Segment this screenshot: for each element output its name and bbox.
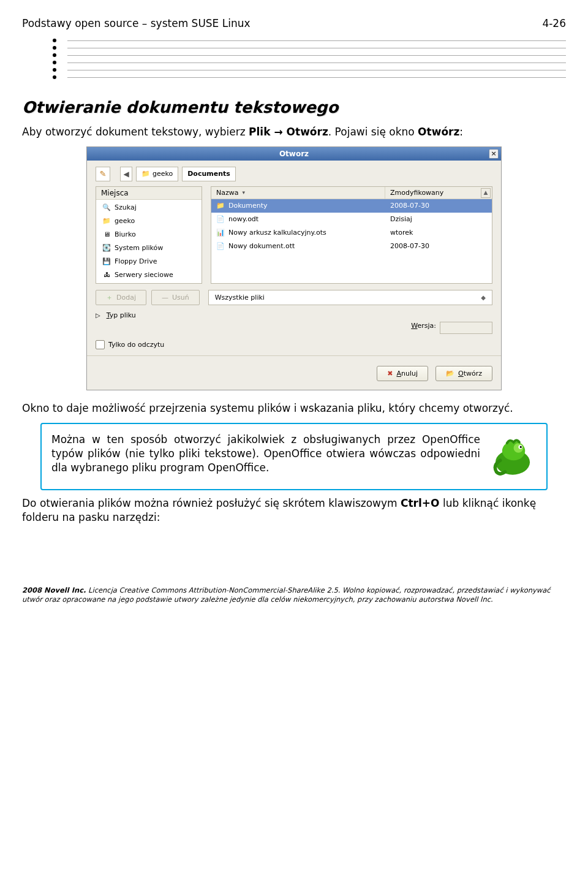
add-place-button[interactable]: ＋ Dodaj <box>96 290 146 305</box>
places-item[interactable]: 🔍Szukaj <box>99 201 199 214</box>
place-icon: 🔍 <box>102 203 111 212</box>
plus-icon: ＋ <box>106 293 113 302</box>
nav-back-icon[interactable]: ◀ <box>120 167 132 181</box>
filter-value: Wszystkie pliki <box>215 294 265 302</box>
version-label: Wersja: <box>411 322 436 334</box>
readonly-label: Tylko do odczytu <box>108 341 164 349</box>
file-name: nowy.odt <box>228 215 258 223</box>
breadcrumb-label: Documents <box>187 170 230 178</box>
dialog-pathbar: ✎ ◀ 📁 geeko Documents <box>87 161 501 186</box>
dialog-title: Otworz <box>279 150 309 158</box>
blank-bullet-lines <box>53 37 566 81</box>
file-icon: 📊 <box>216 229 225 237</box>
place-icon: 📁 <box>102 217 111 226</box>
cancel-icon: ✖ <box>387 370 393 377</box>
closing-paragraph: Do otwierania plików można również posłu… <box>22 496 566 525</box>
file-modified: wtorek <box>385 226 492 239</box>
place-label: Floppy Drive <box>115 257 157 265</box>
col-name-label: Nazwa <box>216 189 238 197</box>
minus-icon: — <box>162 294 168 302</box>
file-modified: Dzisiaj <box>385 213 492 226</box>
remove-label: Usuń <box>172 294 189 302</box>
column-header-name[interactable]: Nazwa ▾ <box>211 187 385 199</box>
column-header-modified[interactable]: Zmodyfikowany <box>385 187 492 199</box>
page-header: Podstawy open source – system SUSE Linux… <box>22 17 566 29</box>
places-item[interactable]: 💾Floppy Drive <box>99 255 199 268</box>
breadcrumb-geeko[interactable]: 📁 geeko <box>136 167 178 181</box>
file-name: Nowy dokument.ott <box>228 242 295 250</box>
dialog-titlebar: Otworz × <box>87 147 501 161</box>
breadcrumb-documents[interactable]: Documents <box>182 167 236 181</box>
dropdown-icon: ◆ <box>481 294 486 301</box>
file-name: Nowy arkusz kalkulacyjny.ots <box>228 229 326 237</box>
section-heading: Otwieranie dokumentu tekstowego <box>22 98 566 116</box>
version-select[interactable] <box>440 322 492 334</box>
add-label: Dodaj <box>116 294 136 302</box>
scroll-up-icon[interactable]: ▲ <box>481 188 491 198</box>
closing-pre: Do otwierania plików można również posłu… <box>22 497 401 509</box>
intro-dialog-name: Otwórz <box>418 126 459 138</box>
footer-copyright: 2008 Novell Inc. <box>22 586 86 594</box>
place-label: Serwery sieciowe <box>115 271 173 279</box>
places-item[interactable]: 🖥Biurko <box>99 228 199 241</box>
file-icon: 📁 <box>216 202 225 210</box>
places-panel: Miejsca 🔍Szukaj📁geeko🖥Biurko💽System plik… <box>96 186 202 284</box>
file-row[interactable]: 📄nowy.odtDzisiaj <box>211 213 492 226</box>
place-label: System plików <box>115 244 163 252</box>
open-label: Otwórz <box>458 370 482 377</box>
readonly-checkbox[interactable] <box>96 340 105 349</box>
file-row[interactable]: 📁Dokumenty2008-07-30 <box>211 199 492 213</box>
file-modified: 2008-07-30 <box>385 199 492 212</box>
svg-point-4 <box>520 446 522 448</box>
intro-pre: Aby otworzyć dokument tekstowy, wybierz <box>22 126 249 138</box>
intro-post1: . Pojawi się okno <box>328 126 418 138</box>
closing-shortcut: Ctrl+O <box>401 497 440 509</box>
places-item[interactable]: 🖧Serwery sieciowe <box>99 268 199 282</box>
open-dialog: Otworz × ✎ ◀ 📁 geeko Documents Miejsca 🔍… <box>86 146 502 390</box>
sort-asc-icon: ▾ <box>242 189 245 195</box>
folder-open-icon: 📂 <box>446 370 454 377</box>
remove-place-button[interactable]: — Usuń <box>151 290 200 305</box>
chameleon-icon <box>489 433 537 480</box>
header-right: 4-26 <box>542 17 566 29</box>
place-icon: 💾 <box>102 257 111 266</box>
file-name: Dokumenty <box>228 202 267 210</box>
expand-icon[interactable]: ▷ <box>96 312 100 319</box>
file-row[interactable]: 📊Nowy arkusz kalkulacyjny.otswtorek <box>211 226 492 240</box>
cancel-label: Anuluj <box>396 370 418 377</box>
places-item[interactable]: 📁geeko <box>99 214 199 228</box>
filetype-expander[interactable]: TTyp plikuyp pliku <box>107 311 136 319</box>
file-icon: 📄 <box>216 215 225 224</box>
file-list-panel: Nazwa ▾ Zmodyfikowany 📁Dokumenty2008-07-… <box>211 186 492 284</box>
place-icon: 🖧 <box>102 271 111 279</box>
close-icon[interactable]: × <box>489 149 499 159</box>
intro-post2: : <box>459 126 463 138</box>
after-dialog-paragraph: Okno to daje możliwość przejrzenia syste… <box>22 401 566 415</box>
cancel-button[interactable]: ✖ Anuluj <box>377 366 428 381</box>
intro-menu-path: Plik → Otwórz <box>249 126 328 138</box>
edit-path-icon[interactable]: ✎ <box>96 167 110 181</box>
file-type-filter[interactable]: Wszystkie pliki ◆ <box>208 290 492 305</box>
places-header: Miejsca <box>96 187 202 200</box>
place-icon: 🖥 <box>102 230 111 239</box>
header-left: Podstawy open source – system SUSE Linux <box>22 17 251 29</box>
place-label: Szukaj <box>115 203 137 211</box>
intro-paragraph: Aby otworzyć dokument tekstowy, wybierz … <box>22 125 566 139</box>
place-label: Biurko <box>115 230 136 238</box>
file-icon: 📄 <box>216 242 225 251</box>
tip-text: Można w ten sposób otworzyć jakikolwiek … <box>51 433 480 475</box>
file-modified: 2008-07-30 <box>385 240 492 252</box>
tip-box: Można w ten sposób otworzyć jakikolwiek … <box>40 423 548 490</box>
open-button[interactable]: 📂 Otwórz <box>435 366 492 381</box>
folder-icon: 📁 <box>141 170 150 178</box>
breadcrumb-label: geeko <box>153 170 173 178</box>
place-label: geeko <box>115 217 135 225</box>
page-footer: 2008 Novell Inc. Licencja Creative Commo… <box>22 586 566 605</box>
footer-license: Licencja Creative Commons Attribution-No… <box>22 586 551 604</box>
file-row[interactable]: 📄Nowy dokument.ott2008-07-30 <box>211 240 492 253</box>
places-item[interactable]: 💽System plików <box>99 241 199 255</box>
place-icon: 💽 <box>102 244 111 252</box>
